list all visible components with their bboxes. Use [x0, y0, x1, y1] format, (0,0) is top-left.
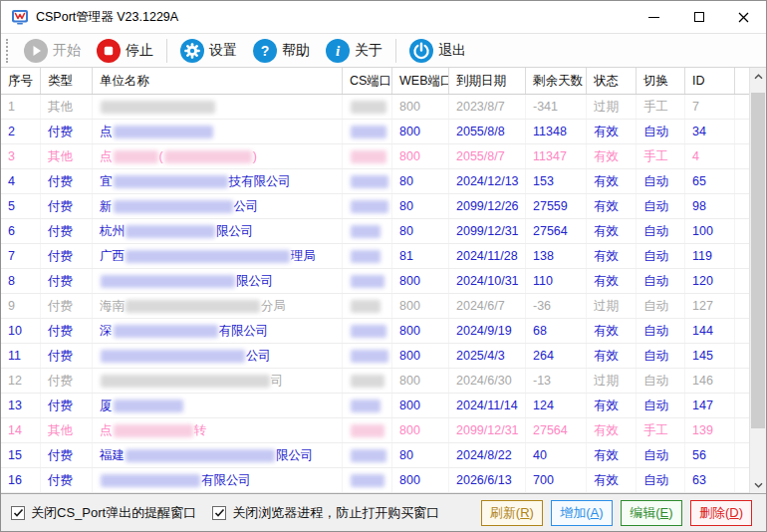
table-row[interactable]: 5付费新公司802099/12/2627559有效自动98 — [1, 194, 766, 219]
exit-button[interactable]: 退出 — [401, 36, 474, 66]
header-web-port[interactable]: WEB端口 — [392, 68, 449, 94]
table-row[interactable]: 15付费福建限公司802024/8/2240有效自动56 — [1, 443, 766, 468]
header-cs-port[interactable]: CS端口 — [343, 68, 392, 94]
id-cell: 56 — [685, 443, 735, 467]
vertical-scrollbar[interactable] — [749, 68, 766, 493]
settings-button[interactable]: 设置 — [172, 36, 245, 66]
web-port-cell: 800 — [392, 269, 449, 293]
table-row[interactable]: 6付费杭州限公司802099/12/3127564有效自动100 — [1, 219, 766, 244]
status-cell: 有效 — [587, 468, 637, 492]
company-name-cell: 宜技有限公司 — [93, 169, 343, 193]
add-button[interactable]: 增加(A) — [551, 500, 613, 526]
header-switch[interactable]: 切换 — [637, 68, 685, 94]
web-port-cell: 800 — [392, 319, 449, 343]
refresh-button[interactable]: 刷新(R) — [481, 500, 543, 526]
header-expiry-date[interactable]: 到期日期 — [449, 68, 526, 94]
status-cell: 有效 — [587, 394, 637, 417]
table-row[interactable]: 9付费海南分局8002024/6/7-36过期自动127 — [1, 294, 766, 319]
header-status[interactable]: 状态 — [587, 68, 637, 94]
id-cell: 65 — [685, 169, 735, 193]
status-cell: 有效 — [587, 344, 637, 368]
redacted-cs-port — [351, 375, 384, 388]
expiry-date-cell: 2024/8/22 — [449, 443, 526, 467]
company-name-fragment: ) — [253, 149, 257, 163]
type-cell: 付费 — [41, 194, 93, 218]
close-popup-checkbox[interactable]: 关闭CS_Port弹出的提醒窗口 — [11, 504, 196, 522]
status-cell: 有效 — [587, 319, 637, 343]
close-popup-label: 关闭CS_Port弹出的提醒窗口 — [31, 504, 196, 522]
status-cell: 有效 — [587, 144, 637, 168]
toolbar-gripper[interactable] — [6, 39, 8, 63]
web-port-cell: 800 — [392, 294, 449, 318]
company-name-fragment: 深 — [100, 323, 113, 340]
redacted-cs-port — [351, 225, 381, 238]
header-index[interactable]: 序号 — [1, 68, 41, 94]
delete-button[interactable]: 删除(D) — [690, 500, 752, 526]
table-row[interactable]: 11付费公司8002025/4/3264有效自动145 — [1, 344, 766, 369]
type-cell: 付费 — [41, 244, 93, 268]
expiry-date-cell: 2026/6/13 — [449, 468, 526, 492]
days-left-cell: 124 — [526, 394, 587, 417]
cs-port-cell — [343, 194, 392, 218]
stop-button[interactable]: 停止 — [89, 36, 161, 66]
type-cell: 付费 — [41, 169, 93, 193]
status-cell: 过期 — [587, 369, 637, 393]
scroll-down-icon[interactable] — [750, 476, 766, 493]
cs-port-cell — [343, 95, 392, 119]
header-id[interactable]: ID — [685, 68, 735, 94]
status-cell: 有效 — [587, 169, 637, 193]
redacted-cs-port — [351, 325, 386, 338]
table-row[interactable]: 2付费点8002055/8/811348有效自动34 — [1, 120, 766, 144]
table-row[interactable]: 14其他点转8002099/12/3127564有效手工139 — [1, 418, 766, 443]
minimize-button[interactable] — [632, 1, 676, 33]
company-name-fragment: 点 — [100, 124, 113, 140]
type-cell: 付费 — [41, 344, 93, 368]
header-days-left[interactable]: 剩余天数 — [526, 68, 587, 94]
table-row[interactable]: 13付费厦8002024/11/14124有效自动147 — [1, 394, 766, 418]
company-name-cell: 广西理局 — [93, 244, 343, 268]
id-cell: 146 — [685, 369, 735, 393]
switch-mode-cell: 自动 — [637, 294, 685, 318]
close-browser-checkbox[interactable]: 关闭浏览器进程，防止打开购买窗口 — [212, 504, 439, 522]
table-row[interactable]: 8付费限公司8002024/10/31110有效自动120 — [1, 269, 766, 294]
header-company[interactable]: 单位名称 — [93, 68, 343, 94]
table-row[interactable]: 7付费广西理局812024/11/28138有效自动119 — [1, 244, 766, 269]
id-cell: 127 — [685, 294, 735, 318]
scrollbar-thumb[interactable] — [751, 93, 765, 428]
table-row[interactable]: 1其他8002023/8/7-341过期手工7 — [1, 95, 766, 120]
redacted-cs-port — [351, 150, 386, 163]
days-left-cell: 138 — [526, 244, 587, 268]
days-left-cell: 11347 — [526, 144, 587, 168]
redacted-company-name — [114, 200, 233, 213]
toolbar-separator — [395, 39, 396, 63]
company-name-fragment: 海南 — [100, 298, 125, 315]
id-cell: 100 — [685, 219, 735, 243]
toolbar: 开始 停止 设置 — [1, 34, 766, 68]
company-name-cell: 点 — [93, 120, 343, 143]
about-button[interactable]: i 关于 — [318, 36, 390, 66]
delete-label-end: ) — [739, 505, 743, 520]
expiry-date-cell: 2024/10/31 — [449, 269, 526, 293]
help-button[interactable]: ? 帮助 — [245, 36, 318, 66]
table-row[interactable]: 12付费司8002024/6/30-13过期自动146 — [1, 369, 766, 394]
close-button[interactable] — [721, 1, 766, 33]
web-port-cell: 800 — [392, 369, 449, 393]
table-row[interactable]: 10付费深有限公司8002024/9/1968有效自动144 — [1, 319, 766, 344]
start-button[interactable]: 开始 — [16, 36, 89, 66]
table-row[interactable]: 4付费宜技有限公司802024/12/13153有效自动65 — [1, 169, 766, 194]
header-type[interactable]: 类型 — [41, 68, 93, 94]
scroll-up-icon[interactable] — [750, 68, 766, 85]
redacted-cs-port — [351, 175, 388, 188]
expiry-date-cell: 2024/11/14 — [449, 394, 526, 417]
switch-mode-cell: 自动 — [637, 219, 685, 243]
table-row[interactable]: 3其他点()8002055/8/711347有效手工4 — [1, 144, 766, 169]
edit-button[interactable]: 编辑(E) — [621, 500, 682, 526]
company-name-fragment: 司 — [271, 373, 284, 390]
days-left-cell: 27559 — [526, 194, 587, 218]
company-name-cell — [93, 95, 343, 119]
type-cell: 其他 — [41, 95, 93, 119]
delete-label: 删除( — [699, 504, 729, 522]
maximize-button[interactable] — [676, 1, 721, 33]
row-number-cell: 16 — [1, 468, 41, 492]
table-row[interactable]: 16付费有限公司8002026/6/13700有效自动63 — [1, 468, 766, 493]
